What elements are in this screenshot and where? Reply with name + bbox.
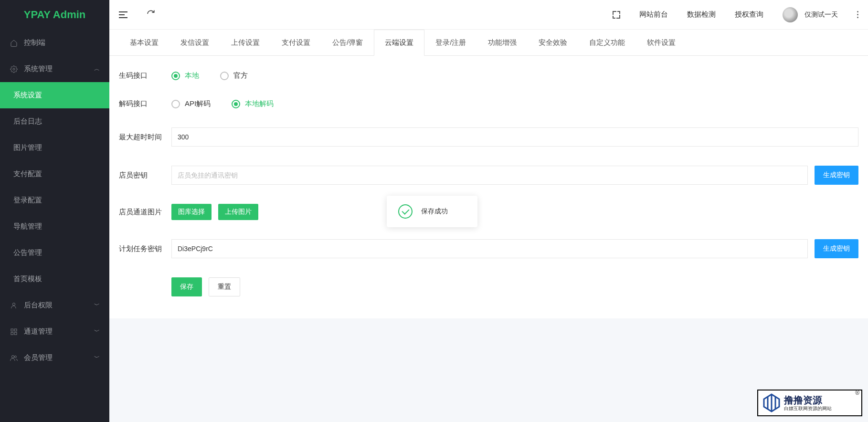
header-link-datacheck[interactable]: 数据检测 <box>687 10 716 19</box>
registered-icon: ® <box>855 390 859 396</box>
radio-decode-local[interactable]: 本地解码 <box>232 99 274 108</box>
sidebar-item-payment[interactable]: 支付配置 <box>0 161 109 187</box>
sidebar-item-members[interactable]: 会员管理 ﹀ <box>0 345 109 371</box>
tab-enhance[interactable]: 功能增强 <box>477 30 528 56</box>
sidebar-item-label: 会员管理 <box>24 353 53 362</box>
toast-message: 保存成功 <box>421 207 448 216</box>
tab-notice[interactable]: 公告/弹窗 <box>321 30 374 56</box>
svg-rect-4 <box>11 332 13 335</box>
radio-icon <box>220 72 229 80</box>
sidebar-item-logs[interactable]: 后台日志 <box>0 108 109 135</box>
sidebar-item-images[interactable]: 图片管理 <box>0 135 109 161</box>
sidebar-item-label: 公告管理 <box>13 248 42 257</box>
settings-tabs: 基本设置 发信设置 上传设置 支付设置 公告/弹窗 云端设置 登录/注册 功能增… <box>109 30 868 56</box>
gear-icon <box>10 65 18 73</box>
radio-icon <box>171 100 180 108</box>
svg-rect-2 <box>11 329 13 331</box>
sidebar: YPAY Admin 控制端 系统管理 ︿ 系统设置 后台日志 图片管理 支付配… <box>0 0 109 422</box>
refresh-button[interactable] <box>147 10 155 20</box>
tab-login[interactable]: 登录/注册 <box>424 30 477 56</box>
tab-security[interactable]: 安全效验 <box>528 30 578 56</box>
sidebar-item-channel[interactable]: 通道管理 ﹀ <box>0 318 109 345</box>
svg-point-6 <box>11 355 14 358</box>
watermark-title: 撸撸资源 <box>784 394 832 406</box>
watermark: 撸撸资源 白嫖互联网资源的网站 ® <box>757 390 862 416</box>
svg-point-1 <box>12 303 15 305</box>
chevron-down-icon: ﹀ <box>94 354 100 362</box>
tab-mail[interactable]: 发信设置 <box>169 30 220 56</box>
header-link-frontend[interactable]: 网站前台 <box>639 10 668 19</box>
svg-rect-3 <box>14 329 17 331</box>
sidebar-item-label: 后台日志 <box>13 117 42 126</box>
settings-form: 生码接口 本地 官方 解码接口 API解码 本地解码 <box>109 56 868 318</box>
sidebar-item-template[interactable]: 首页模板 <box>0 266 109 292</box>
watermark-subtitle: 白嫖互联网资源的网站 <box>784 406 832 411</box>
label-task-key: 计划任务密钥 <box>119 244 171 253</box>
grid-icon <box>10 328 18 336</box>
generate-clerk-key-button[interactable]: 生成密钥 <box>815 166 858 185</box>
sidebar-item-label: 图片管理 <box>13 143 42 152</box>
gallery-select-button[interactable]: 图库选择 <box>171 204 212 220</box>
tab-basic[interactable]: 基本设置 <box>119 30 169 56</box>
chevron-down-icon: ﹀ <box>94 301 100 309</box>
sidebar-item-label: 系统管理 <box>24 64 53 74</box>
svg-point-7 <box>14 356 16 358</box>
svg-point-0 <box>13 68 15 70</box>
chevron-down-icon: ﹀ <box>94 327 100 336</box>
sidebar-item-label: 通道管理 <box>24 327 53 336</box>
tab-upload[interactable]: 上传设置 <box>220 30 271 56</box>
sidebar-item-label: 后台权限 <box>24 301 53 310</box>
label-channel-img: 店员通道图片 <box>119 208 171 217</box>
reset-button[interactable]: 重置 <box>209 277 240 296</box>
tab-software[interactable]: 软件设置 <box>636 30 687 56</box>
radio-icon <box>171 72 180 80</box>
label-code-api: 生码接口 <box>119 71 171 80</box>
radio-decode-api[interactable]: API解码 <box>171 99 211 108</box>
sidebar-item-label: 导航管理 <box>13 222 42 231</box>
sidebar-collapse-button[interactable] <box>119 11 127 18</box>
chevron-up-icon: ︿ <box>94 65 100 73</box>
username: 仅测试一天 <box>804 11 838 19</box>
tab-pay[interactable]: 支付设置 <box>271 30 321 56</box>
svg-rect-5 <box>14 332 17 335</box>
radio-icon <box>232 100 240 108</box>
sidebar-item-label: 支付配置 <box>13 169 42 179</box>
tab-custom[interactable]: 自定义功能 <box>578 30 636 56</box>
timeout-input[interactable] <box>171 127 858 147</box>
label-clerk-key: 店员密钥 <box>119 171 171 180</box>
home-icon <box>10 39 18 47</box>
upload-image-button[interactable]: 上传图片 <box>218 204 258 220</box>
save-button[interactable]: 保存 <box>171 277 202 296</box>
fullscreen-button[interactable] <box>613 11 620 19</box>
sidebar-item-label: 首页模板 <box>13 274 42 284</box>
sidebar-item-nav[interactable]: 导航管理 <box>0 213 109 240</box>
generate-task-key-button[interactable]: 生成密钥 <box>815 239 858 258</box>
radio-code-local[interactable]: 本地 <box>171 71 199 80</box>
header: 网站前台 数据检测 授权查询 仅测试一天 <box>109 0 868 30</box>
task-key-input[interactable] <box>171 239 808 258</box>
sidebar-item-system[interactable]: 系统管理 ︿ <box>0 56 109 82</box>
radio-code-official[interactable]: 官方 <box>220 71 248 80</box>
clerk-key-input[interactable] <box>171 166 808 185</box>
sidebar-item-console[interactable]: 控制端 <box>0 30 109 56</box>
avatar <box>783 7 798 22</box>
sidebar-item-label: 登录配置 <box>13 196 42 205</box>
watermark-icon <box>762 393 781 412</box>
more-menu-button[interactable] <box>857 11 858 18</box>
header-link-authquery[interactable]: 授权查询 <box>735 10 763 19</box>
sidebar-item-login[interactable]: 登录配置 <box>0 187 109 213</box>
user-menu[interactable]: 仅测试一天 <box>783 7 838 22</box>
sidebar-item-system-settings[interactable]: 系统设置 <box>0 82 109 108</box>
label-timeout: 最大超时时间 <box>119 133 171 142</box>
label-decode-api: 解码接口 <box>119 99 171 108</box>
check-circle-icon <box>398 204 413 219</box>
sidebar-item-permissions[interactable]: 后台权限 ﹀ <box>0 292 109 318</box>
tab-cloud[interactable]: 云端设置 <box>374 30 424 56</box>
users-icon <box>10 354 18 362</box>
brand-logo: YPAY Admin <box>0 0 109 30</box>
user-icon <box>10 302 18 309</box>
sidebar-item-label: 系统设置 <box>13 91 42 100</box>
success-toast: 保存成功 <box>387 196 477 227</box>
sidebar-item-label: 控制端 <box>24 38 45 47</box>
sidebar-item-announce[interactable]: 公告管理 <box>0 240 109 266</box>
